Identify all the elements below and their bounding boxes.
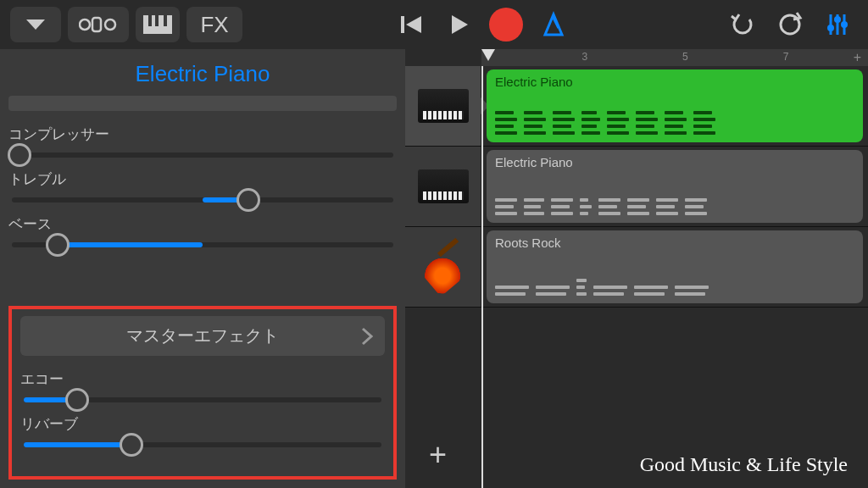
- keyboard-view-button[interactable]: [136, 7, 180, 42]
- undo-icon: [729, 11, 756, 38]
- play-icon: [447, 13, 470, 36]
- add-marker-icon[interactable]: +: [854, 50, 861, 65]
- ruler-tick: 7: [783, 51, 789, 63]
- rewind-button[interactable]: [391, 13, 431, 36]
- compressor-slider-group: コンプレッサー: [8, 125, 397, 158]
- instrument-browser-dropdown[interactable]: [10, 7, 61, 42]
- track-row: Electric Piano: [405, 66, 868, 147]
- master-effects-section: マスターエフェクト エコー リバーブ: [8, 306, 397, 480]
- time-ruler[interactable]: 3 5 7 +: [481, 49, 868, 66]
- ruler-tick: 3: [582, 51, 588, 63]
- svg-marker-11: [545, 14, 562, 35]
- svg-point-3: [105, 19, 115, 30]
- skip-back-icon: [399, 13, 423, 36]
- track-region[interactable]: Roots Rock: [487, 230, 863, 303]
- bass-label: ベース: [8, 214, 397, 234]
- mixer-button[interactable]: [817, 11, 858, 38]
- svg-marker-0: [26, 19, 45, 30]
- top-toolbar: FX: [0, 0, 868, 49]
- add-track-button[interactable]: +: [429, 437, 447, 473]
- sliders-icon: [824, 11, 851, 38]
- metronome-button[interactable]: [533, 11, 574, 38]
- piano-instrument-icon: [418, 169, 469, 203]
- track-header[interactable]: [405, 227, 481, 307]
- treble-slider[interactable]: [12, 197, 393, 202]
- svg-point-15: [827, 25, 834, 31]
- playhead-flag-icon[interactable]: [481, 49, 495, 61]
- treble-slider-group: トレブル: [8, 169, 397, 202]
- svg-rect-8: [401, 16, 404, 33]
- playhead-line[interactable]: [481, 66, 483, 488]
- svg-point-17: [834, 16, 841, 23]
- echo-label: エコー: [20, 369, 385, 389]
- compressor-label: コンプレッサー: [8, 125, 397, 144]
- watermark-text: Good Music & Life Style: [640, 453, 848, 476]
- reverb-label: リバーブ: [20, 414, 385, 434]
- fx-button[interactable]: FX: [186, 7, 242, 42]
- track-region[interactable]: Electric Piano: [487, 69, 863, 142]
- tracks-container: Electric Piano: [405, 66, 868, 488]
- svg-rect-5: [148, 15, 152, 26]
- instrument-tab-bar[interactable]: [8, 96, 397, 111]
- compressor-slider[interactable]: [12, 152, 393, 158]
- loop-button[interactable]: [770, 11, 810, 38]
- echo-slider[interactable]: [24, 397, 381, 402]
- midi-notes-preview: [495, 253, 854, 296]
- ruler-tick: 5: [682, 51, 688, 63]
- master-effects-title: マスターエフェクト: [126, 324, 279, 347]
- track-region[interactable]: Electric Piano: [487, 150, 863, 223]
- svg-point-1: [80, 19, 90, 30]
- record-icon: [489, 8, 523, 42]
- fx-label: FX: [200, 12, 228, 38]
- track-header[interactable]: [405, 66, 481, 146]
- midi-notes-preview: [495, 92, 854, 135]
- master-effects-header[interactable]: マスターエフェクト: [20, 316, 385, 356]
- view-mode-icon: [79, 15, 118, 34]
- instrument-title[interactable]: Electric Piano: [8, 56, 397, 96]
- svg-marker-9: [406, 16, 421, 33]
- triangle-down-icon: [25, 18, 47, 31]
- timeline-area: 3 5 7 + Electric Piano: [405, 49, 868, 488]
- track-header[interactable]: [405, 147, 481, 226]
- chevron-right-icon: [361, 327, 373, 346]
- metronome-icon: [540, 11, 567, 38]
- record-button[interactable]: [486, 8, 526, 42]
- treble-label: トレブル: [8, 169, 397, 189]
- svg-rect-2: [92, 18, 101, 31]
- svg-point-19: [841, 21, 848, 28]
- reverb-slider[interactable]: [24, 442, 381, 447]
- undo-button[interactable]: [722, 11, 763, 38]
- loop-icon: [776, 11, 804, 38]
- bass-slider-group: ベース: [8, 214, 397, 247]
- midi-notes-preview: [495, 173, 854, 215]
- play-button[interactable]: [438, 13, 479, 36]
- svg-rect-6: [155, 15, 159, 26]
- svg-rect-7: [164, 15, 167, 26]
- reverb-slider-group: リバーブ: [20, 414, 385, 447]
- view-mode-button[interactable]: [68, 7, 129, 42]
- piano-keys-icon: [143, 15, 172, 34]
- track-row: Roots Rock: [405, 227, 868, 308]
- echo-slider-group: エコー: [20, 369, 385, 402]
- instrument-panel: Electric Piano コンプレッサー トレブル ベース: [0, 49, 405, 488]
- track-row: Electric Piano: [405, 147, 868, 227]
- region-title: Roots Rock: [495, 236, 854, 250]
- region-title: Electric Piano: [495, 155, 854, 169]
- bass-slider[interactable]: [12, 242, 393, 247]
- guitar-instrument-icon: [413, 237, 472, 297]
- piano-instrument-icon: [418, 89, 469, 123]
- svg-marker-10: [452, 15, 468, 34]
- region-title: Electric Piano: [495, 75, 854, 89]
